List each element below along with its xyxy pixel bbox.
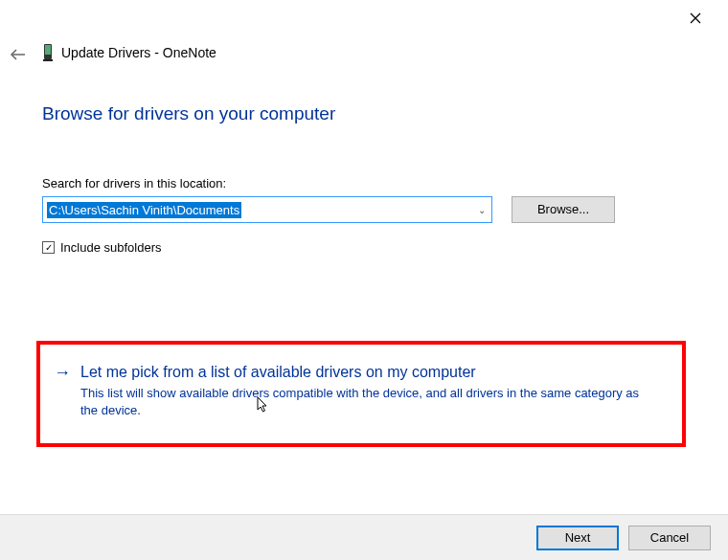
next-button[interactable]: Next <box>536 526 619 550</box>
checkbox-icon: ✓ <box>42 241 55 254</box>
close-button[interactable] <box>682 6 709 33</box>
include-subfolders-label: Include subfolders <box>60 240 162 255</box>
option-description: This list will show available drivers co… <box>80 385 646 418</box>
cancel-button[interactable]: Cancel <box>628 526 711 550</box>
chevron-down-icon: ⌄ <box>478 205 486 215</box>
pick-from-list-option[interactable]: → Let me pick from a list of available d… <box>36 341 686 447</box>
header: Update Drivers - OneNote <box>42 43 216 62</box>
svg-rect-4 <box>45 45 51 55</box>
path-combobox[interactable]: C:\Users\Sachin Vinith\Documents ⌄ <box>42 196 492 223</box>
path-value: C:\Users\Sachin Vinith\Documents <box>47 202 241 218</box>
arrow-left-icon <box>10 48 27 61</box>
svg-rect-5 <box>43 59 53 61</box>
include-subfolders-checkbox[interactable]: ✓ Include subfolders <box>42 240 686 255</box>
footer: Next Cancel <box>0 514 728 560</box>
page-heading: Browse for drivers on your computer <box>42 103 686 124</box>
window-title: Update Drivers - OneNote <box>61 45 216 60</box>
arrow-right-icon: → <box>54 364 71 381</box>
search-location-label: Search for drivers in this location: <box>42 176 686 190</box>
option-title: Let me pick from a list of available dri… <box>80 364 476 381</box>
device-icon <box>42 43 54 62</box>
close-icon <box>690 12 701 24</box>
browse-button[interactable]: Browse... <box>512 196 615 223</box>
back-button[interactable] <box>10 46 27 66</box>
